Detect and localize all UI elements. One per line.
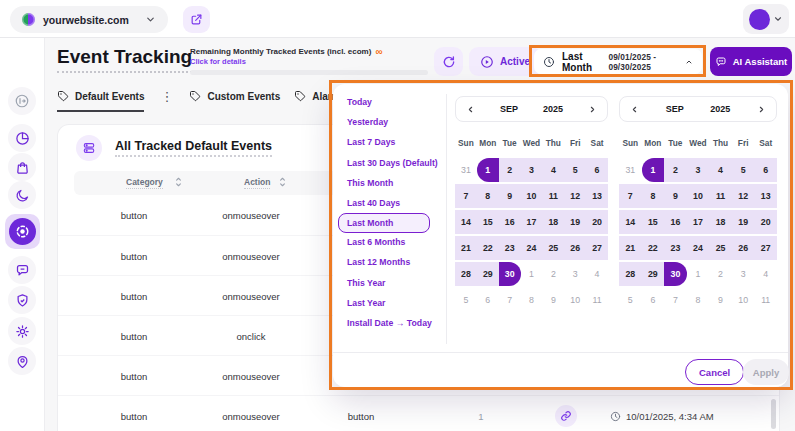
calendar-day[interactable]: 11 [754,288,777,312]
calendar-day[interactable]: 22 [642,236,665,260]
calendar-day[interactable]: 2 [542,262,564,286]
calendar-day[interactable]: 13 [754,184,777,208]
calendar-day[interactable]: 26 [564,236,586,260]
calendar-day[interactable]: 11 [709,184,732,208]
calendar-day[interactable]: 18 [542,210,564,234]
calendar-day[interactable]: 30 [664,262,687,286]
privacy-shield-icon[interactable] [8,286,36,314]
heatmap-icon[interactable] [8,181,36,209]
calendar-day[interactable]: 14 [619,210,642,234]
calendar-day[interactable]: 17 [521,210,543,234]
calendar-day[interactable]: 6 [586,158,608,182]
calendar-day[interactable]: 20 [586,210,608,234]
prev-month-icon[interactable] [466,105,475,114]
calendar-day[interactable]: 6 [642,288,665,312]
preset-this-month[interactable]: This Month [347,177,443,190]
calendar-day[interactable]: 15 [477,210,499,234]
date-range-selector[interactable]: Last Month 09/01/2025 - 09/30/2025 [534,49,702,74]
calendar-day[interactable]: 11 [542,184,564,208]
calendar-day[interactable]: 5 [564,158,586,182]
calendar-day[interactable]: 8 [521,288,543,312]
calendar-day[interactable]: 5 [732,158,755,182]
calendar-day[interactable]: 25 [709,236,732,260]
calendar-day[interactable]: 2 [499,158,521,182]
ecommerce-icon[interactable] [8,153,36,181]
calendar-day[interactable]: 3 [687,158,710,182]
calendar-day[interactable]: 19 [564,210,586,234]
calendar-year[interactable]: 2025 [543,104,563,114]
apply-button[interactable]: Apply [743,359,789,385]
calendar-day[interactable]: 21 [619,236,642,260]
calendar-day[interactable]: 28 [455,262,477,286]
preset-last-30-days-default-[interactable]: Last 30 Days (Default) [347,157,443,170]
preset-today[interactable]: Today [347,96,443,109]
calendar-day[interactable]: 30 [499,262,521,286]
calendar-day[interactable]: 8 [477,184,499,208]
prev-month-icon[interactable] [630,105,639,114]
calendar-day[interactable]: 3 [564,262,586,286]
table-row[interactable]: buttononmouseoverbutton110/01/2025, 4:34… [58,395,779,431]
calendar-month[interactable]: SEP [666,104,684,114]
calendar-day[interactable]: 25 [542,236,564,260]
calendar-day[interactable]: 16 [664,210,687,234]
account-menu[interactable] [743,4,789,34]
calendar-month[interactable]: SEP [500,104,518,114]
sort-icon[interactable] [278,176,287,188]
calendar-day[interactable]: 18 [709,210,732,234]
calendar-day[interactable]: 14 [455,210,477,234]
preset-this-year[interactable]: This Year [347,277,443,290]
calendar-day[interactable]: 13 [586,184,608,208]
calendar-day[interactable]: 8 [687,288,710,312]
calendar-day[interactable]: 7 [619,184,642,208]
calendar-day[interactable]: 2 [709,262,732,286]
preset-last-year[interactable]: Last Year [347,297,443,310]
calendar-day[interactable]: 15 [642,210,665,234]
preset-last-7-days[interactable]: Last 7 Days [347,136,443,149]
calendar-day[interactable]: 12 [732,184,755,208]
details-link[interactable]: Click for details [190,57,246,66]
preset-last-6-months[interactable]: Last 6 Months [347,236,443,249]
calendar-day[interactable]: 26 [732,236,755,260]
link-icon[interactable] [555,405,577,427]
calendar-day[interactable]: 31 [619,158,642,182]
calendar-day[interactable]: 9 [709,288,732,312]
calendar-day[interactable]: 12 [564,184,586,208]
calendar-day[interactable]: 24 [521,236,543,260]
account-pin-icon[interactable] [8,347,36,375]
calendar-day[interactable]: 27 [586,236,608,260]
calendar-day[interactable]: 1 [642,158,665,182]
calendar-day[interactable]: 11 [586,288,608,312]
calendar-day[interactable]: 21 [455,236,477,260]
calendar-day[interactable]: 23 [664,236,687,260]
active-status-toggle[interactable]: Active [469,47,541,76]
calendar-day[interactable]: 7 [499,288,521,312]
refresh-button[interactable] [434,47,463,76]
calendar-day[interactable]: 6 [754,158,777,182]
sidebar-item-event-tracking[interactable] [5,214,40,249]
calendar-day[interactable]: 19 [732,210,755,234]
preset-install-date-today[interactable]: Install Date → Today [347,317,443,330]
calendar-year[interactable]: 2025 [710,104,730,114]
calendar-day[interactable]: 4 [709,158,732,182]
calendar-day[interactable]: 2 [664,158,687,182]
calendar-day[interactable]: 31 [455,158,477,182]
site-selector[interactable]: yourwebsite.com [10,6,168,33]
calendar-day[interactable]: 7 [664,288,687,312]
calendar-day[interactable]: 5 [455,288,477,312]
calendar-day[interactable]: 23 [499,236,521,260]
settings-gear-icon[interactable] [8,317,36,345]
scrollbar[interactable] [771,399,776,429]
ai-assistant-button[interactable]: AI Assistant [710,47,792,76]
preset-last-month[interactable]: Last Month [338,213,430,234]
calendar-day[interactable]: 3 [732,262,755,286]
calendar-day[interactable]: 10 [732,288,755,312]
open-site-button[interactable] [183,6,210,33]
calendar-day[interactable]: 24 [687,236,710,260]
collapse-sidebar-icon[interactable] [8,87,36,115]
analytics-icon[interactable] [8,124,36,152]
tab-menu-icon[interactable]: ⋮ [158,90,175,104]
calendar-day[interactable]: 28 [619,262,642,286]
calendar-day[interactable]: 10 [687,184,710,208]
tab-custom-events[interactable]: Custom Events [189,90,280,110]
column-header-category[interactable]: Category [126,177,163,189]
